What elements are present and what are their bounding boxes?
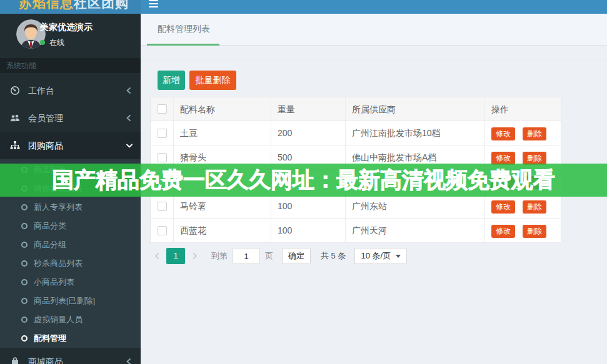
- ad-overlay-banner[interactable]: 国产精品免费一区久久网址：最新高清视频免费观看: [0, 164, 607, 197]
- sidebar-item-mall-goods[interactable]: 商城商品: [0, 348, 141, 364]
- delete-button[interactable]: 删除: [523, 200, 546, 214]
- sidebar-subitem-seckill-list[interactable]: 秒杀商品列表: [0, 254, 141, 273]
- edit-button[interactable]: 修改: [491, 152, 515, 165]
- select-all-cell: [151, 97, 174, 121]
- cell-weight: 100: [271, 219, 346, 242]
- row-checkbox[interactable]: [158, 129, 167, 138]
- app-logo-text: 苏焰信息社区团购: [19, 0, 129, 12]
- tab-bar: 配料管理列表: [141, 14, 607, 46]
- sidebar-subitem-label: 配料管理: [34, 333, 66, 343]
- circle-icon: [21, 223, 28, 229]
- row-checkbox[interactable]: [158, 226, 167, 235]
- table-header-row: 配料名称 重量 所属供应商 操作: [151, 97, 561, 121]
- sidebar-subitem-label: 商品列表[已删除]: [34, 296, 95, 305]
- row-checkbox[interactable]: [158, 202, 167, 211]
- sidebar-item-workbench[interactable]: 工作台: [0, 77, 141, 104]
- pagination: 1 到第 页 确定 共 5 条 10 条/页: [150, 247, 407, 265]
- users-icon: [10, 113, 20, 123]
- logo-rest: 社区团购: [74, 0, 129, 10]
- confirm-button[interactable]: 确定: [282, 248, 311, 264]
- goto-label: 到第: [211, 250, 228, 262]
- sidebar-subitem-small-goods-list[interactable]: 小商品列表: [0, 273, 141, 292]
- user-status: 在线: [40, 37, 64, 48]
- edit-button[interactable]: 修改: [491, 127, 515, 140]
- sidebar-subitem-label: 商品分类: [34, 221, 66, 230]
- sidebar-toggle-icon[interactable]: [149, 0, 158, 6]
- online-dot-icon: [40, 40, 45, 45]
- card-divider: [141, 61, 607, 61]
- sidebar-subitem-label: 商品分组: [34, 240, 66, 249]
- tab-ingredient-list[interactable]: 配料管理列表: [158, 24, 210, 35]
- cell-supplier: 广州东站: [346, 194, 485, 218]
- user-name: 美家优选演示: [40, 22, 93, 33]
- tab-active-underline: [147, 44, 219, 46]
- sidebar-subitem-label: 秒杀商品列表: [34, 258, 83, 268]
- top-navbar: 苏焰信息社区团购: [0, 0, 607, 14]
- page-size-select[interactable]: 10 条/页: [354, 248, 407, 264]
- ad-overlay-text: 国产精品免费一区久久网址：最新高清视频免费观看: [52, 165, 555, 195]
- column-header-name: 配料名称: [174, 97, 271, 121]
- user-status-label: 在线: [49, 38, 64, 47]
- column-header-actions: 操作: [485, 97, 561, 121]
- chevron-left-icon: [126, 87, 132, 94]
- cell-weight: 100: [271, 194, 346, 218]
- add-button[interactable]: 新增: [158, 71, 185, 90]
- sidebar-item-label: 工作台: [28, 86, 54, 96]
- prev-page-icon[interactable]: [150, 248, 164, 264]
- sidebar-section-label: 系统功能: [0, 58, 141, 73]
- sidebar-subitem-newcomer-list[interactable]: 新人专享列表: [0, 198, 141, 217]
- sitemap-icon: [10, 140, 20, 150]
- sidebar-item-label: 商城商品: [28, 357, 63, 364]
- sidebar-item-members[interactable]: 会员管理: [0, 104, 141, 132]
- delete-button[interactable]: 删除: [523, 152, 546, 165]
- circle-icon: [21, 335, 28, 342]
- shopping-bag-icon: [10, 357, 20, 364]
- page-number-active[interactable]: 1: [166, 248, 185, 264]
- row-checkbox[interactable]: [158, 153, 167, 162]
- delete-button[interactable]: 删除: [523, 225, 546, 238]
- edit-button[interactable]: 修改: [491, 200, 515, 214]
- sidebar-subitem-deleted-goods-list[interactable]: 商品列表[已删除]: [0, 292, 141, 310]
- chevron-left-icon: [126, 358, 132, 364]
- sidebar-subitem-goods-category[interactable]: 商品分类: [0, 217, 141, 235]
- caret-down-icon: [396, 255, 401, 258]
- user-panel: 美家优选演示 在线: [0, 14, 141, 58]
- sidebar-item-group-goods[interactable]: 团购商品: [0, 132, 141, 159]
- sidebar-subitem-label: 新人专享列表: [34, 202, 83, 212]
- cell-name: 西蓝花: [174, 219, 271, 242]
- circle-icon: [21, 260, 28, 267]
- table-row: 西蓝花 100 广州天河 修改删除: [151, 219, 561, 243]
- sidebar-item-label: 团购商品: [28, 140, 63, 150]
- next-page-icon[interactable]: [188, 248, 201, 264]
- app-logo[interactable]: 苏焰信息社区团购: [0, 0, 141, 14]
- batch-delete-button[interactable]: 批量删除: [189, 71, 236, 90]
- cell-name: 马铃薯: [174, 194, 271, 218]
- sidebar-subitem-ingredient-management[interactable]: 配料管理: [0, 329, 141, 348]
- cell-supplier: 广州江南批发市场10档: [346, 121, 485, 145]
- logo-highlight: 苏焰信息: [19, 0, 74, 10]
- goto-page-input[interactable]: [233, 248, 260, 264]
- edit-button[interactable]: 修改: [491, 225, 515, 238]
- page-unit-label: 页: [265, 250, 273, 262]
- sidebar-item-label: 会员管理: [28, 113, 63, 123]
- column-header-weight: 重量: [271, 97, 346, 121]
- circle-icon: [21, 204, 28, 210]
- sidebar-subitem-virtual-sales[interactable]: 虚拟销量人员: [0, 310, 141, 329]
- select-all-checkbox[interactable]: [158, 104, 167, 114]
- sidebar-subitem-label: 虚拟销量人员: [34, 315, 83, 324]
- circle-icon: [21, 298, 28, 304]
- chevron-down-icon: [126, 142, 132, 149]
- cell-name: 土豆: [174, 121, 271, 145]
- dashboard-icon: [10, 86, 20, 96]
- sidebar-nav: 工作台 会员管理 团购商品 商品列表 猜你喜欢列表: [0, 73, 141, 364]
- table-row: 马铃薯 100 广州东站 修改删除: [151, 194, 561, 219]
- cell-weight: 200: [271, 121, 346, 145]
- column-header-supplier: 所属供应商: [346, 97, 485, 121]
- sidebar-subitem-goods-group[interactable]: 商品分组: [0, 235, 141, 254]
- circle-icon: [21, 242, 28, 248]
- delete-button[interactable]: 删除: [523, 127, 546, 140]
- table-row: 土豆 200 广州江南批发市场10档 修改删除: [151, 121, 561, 145]
- total-count-label: 共 5 条: [321, 250, 346, 262]
- cell-supplier: 广州天河: [346, 219, 485, 242]
- page-size-value: 10 条/页: [361, 250, 391, 262]
